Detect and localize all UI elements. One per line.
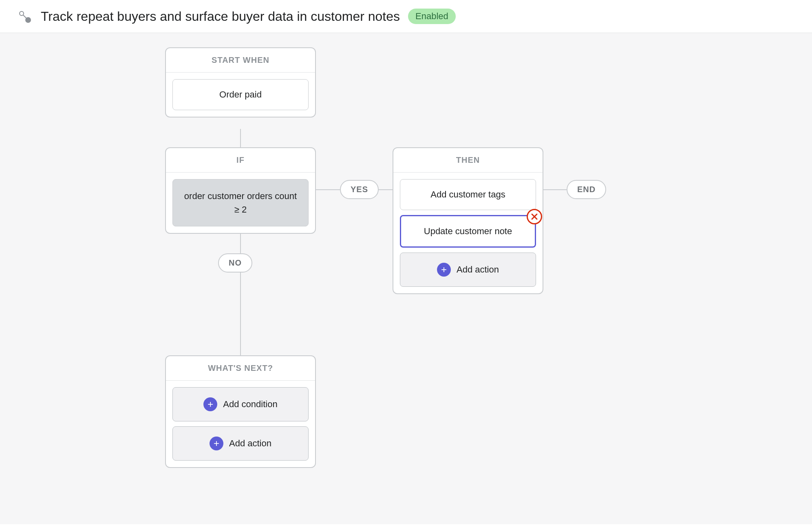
svg-point-2 bbox=[25, 17, 31, 23]
condition-box[interactable]: order customer orders count ≥ 2 bbox=[172, 179, 309, 226]
flow-icon bbox=[16, 8, 33, 24]
whats-next-header: WHAT'S NEXT? bbox=[166, 356, 315, 381]
add-action-label: Add action bbox=[457, 264, 499, 275]
plus-icon: + bbox=[203, 397, 217, 411]
close-icon bbox=[530, 213, 538, 221]
end-pill: END bbox=[567, 180, 606, 199]
yes-pill: YES bbox=[340, 180, 379, 199]
status-badge: Enabled bbox=[408, 9, 456, 24]
then-header: THEN bbox=[393, 148, 543, 173]
delete-action-button[interactable] bbox=[527, 209, 542, 224]
connector bbox=[240, 129, 241, 147]
action-add-customer-tags[interactable]: Add customer tags bbox=[400, 179, 536, 210]
add-action-button[interactable]: + Add action bbox=[400, 253, 536, 287]
action-label: Update customer note bbox=[424, 226, 512, 236]
page-header: Track repeat buyers and surface buyer da… bbox=[0, 0, 812, 33]
trigger-box[interactable]: Order paid bbox=[172, 79, 309, 110]
add-condition-button[interactable]: + Add condition bbox=[172, 387, 309, 421]
add-action-label: Add action bbox=[229, 438, 271, 449]
action-update-customer-note[interactable]: Update customer note bbox=[400, 215, 536, 248]
whats-next-card[interactable]: WHAT'S NEXT? + Add condition + Add actio… bbox=[165, 355, 316, 468]
no-pill: NO bbox=[218, 253, 252, 273]
connector bbox=[543, 189, 567, 190]
page-title: Track repeat buyers and surface buyer da… bbox=[41, 9, 400, 24]
plus-icon: + bbox=[437, 263, 451, 277]
start-card[interactable]: START WHEN Order paid bbox=[165, 47, 316, 117]
svg-point-1 bbox=[20, 11, 24, 16]
add-action-button[interactable]: + Add action bbox=[172, 426, 309, 461]
start-header: START WHEN bbox=[166, 48, 315, 73]
add-condition-label: Add condition bbox=[223, 399, 277, 410]
then-card[interactable]: THEN Add customer tags Update customer n… bbox=[393, 147, 543, 294]
flow-canvas: START WHEN Order paid IF order customer … bbox=[0, 33, 812, 524]
connector bbox=[240, 224, 241, 355]
plus-icon: + bbox=[210, 437, 223, 450]
if-card[interactable]: IF order customer orders count ≥ 2 bbox=[165, 147, 316, 234]
if-header: IF bbox=[166, 148, 315, 173]
